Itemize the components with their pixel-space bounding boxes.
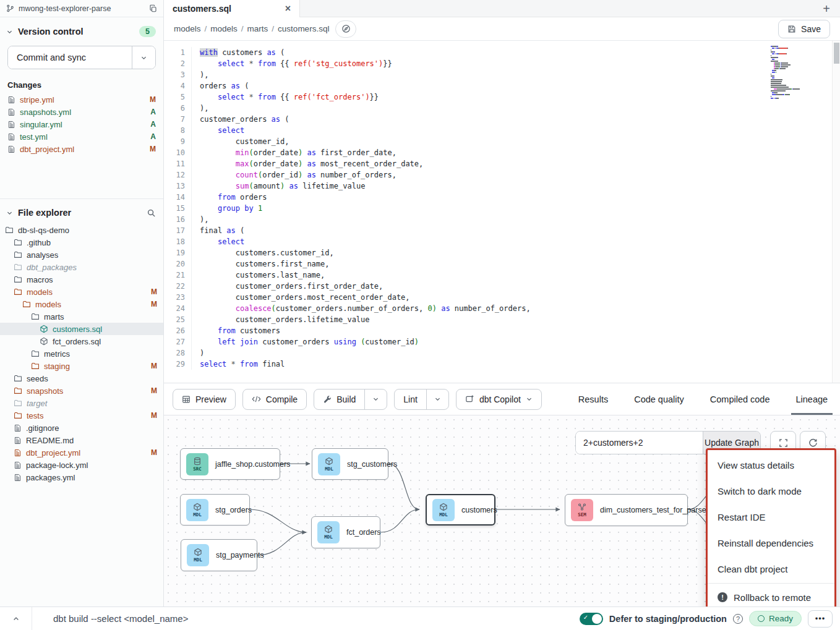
close-icon[interactable]: ×	[285, 4, 291, 14]
tree-item-snapshots[interactable]: snapshotsM	[0, 385, 163, 397]
tree-item-customers-sql[interactable]: customers.sql	[0, 323, 163, 335]
status-badge[interactable]: Ready	[749, 611, 802, 626]
code-line[interactable]: 14 from orders	[164, 192, 831, 203]
breadcrumb-part[interactable]: customers.sql	[278, 24, 329, 33]
copy-icon[interactable]	[149, 4, 157, 12]
code-line[interactable]: 16),	[164, 214, 831, 225]
build-options-caret[interactable]	[364, 389, 387, 409]
breadcrumb-part[interactable]: models	[210, 24, 238, 33]
lineage-node-stg-customers[interactable]: MDLstg_customers	[312, 448, 388, 480]
code-line[interactable]: 8 select	[164, 125, 831, 136]
code-line[interactable]: 2 select * from {{ ref('stg_customers')}…	[164, 58, 831, 69]
file-explorer-header[interactable]: File explorer	[0, 199, 163, 224]
new-tab-button[interactable]: +	[823, 2, 830, 15]
tab-results[interactable]: Results	[577, 383, 609, 415]
change-item[interactable]: snapshots.ymlA	[0, 106, 163, 118]
tree-item-dbt-project-yml[interactable]: dbt_project.ymlM	[0, 446, 163, 459]
change-item[interactable]: test.ymlA	[0, 130, 163, 143]
lineage-selector-input[interactable]	[576, 432, 703, 454]
lineage-node-stg-payments[interactable]: MDLstg_payments	[181, 539, 257, 571]
lineage-node-jaffle-shop-customers[interactable]: SRCjaffle_shop.customers	[180, 448, 280, 480]
menu-item-view-status-details[interactable]: View status details	[708, 452, 834, 478]
minimap[interactable]	[771, 46, 824, 100]
tab-code-quality[interactable]: Code quality	[633, 383, 685, 415]
tree-item--github[interactable]: .github	[0, 236, 163, 249]
code-line[interactable]: 13 sum(amount) as lifetime_value	[164, 181, 831, 192]
change-item[interactable]: stripe.ymlM	[0, 93, 163, 106]
preview-button[interactable]: Preview	[173, 389, 236, 410]
code-line[interactable]: 25 customer_orders.lifetime_value	[164, 314, 831, 325]
menu-item-reinstall-dependencies[interactable]: Reinstall dependencies	[708, 530, 834, 556]
tree-item-analyses[interactable]: analyses	[0, 249, 163, 261]
code-line[interactable]: 24 coalesce(customer_orders.number_of_or…	[164, 303, 831, 314]
tree-item-tests[interactable]: testsM	[0, 409, 163, 422]
lineage-node-dim-customers-test-for-parse[interactable]: SEMdim_customers_test_for_parse	[565, 494, 688, 526]
editor-scrollbar[interactable]	[832, 41, 840, 383]
code-line[interactable]: 3),	[164, 69, 831, 80]
lineage-node-customers[interactable]: MDLcustomers	[426, 494, 495, 526]
code-line[interactable]: 17final as (	[164, 225, 831, 236]
lineage-panel[interactable]: SRCjaffle_shop.customersMDLstg_customers…	[164, 415, 840, 607]
expand-command-bar-button[interactable]	[0, 607, 32, 630]
breadcrumb-part[interactable]: models	[174, 24, 201, 33]
more-options-button[interactable]: •••	[808, 610, 833, 628]
code-line[interactable]: 20 customers.first_name,	[164, 258, 831, 270]
code-editor[interactable]: 1with customers as (2 select * from {{ r…	[164, 41, 840, 383]
tree-item-dbt-packages[interactable]: dbt_packages	[0, 261, 163, 273]
branch-header[interactable]: mwong-test-explorer-parse	[0, 0, 163, 17]
tree-item-package-lock-yml[interactable]: package-lock.yml	[0, 459, 163, 471]
code-line[interactable]: 19 customers.customer_id,	[164, 247, 831, 258]
tree-item-models[interactable]: modelsM	[0, 286, 163, 298]
code-line[interactable]: 28)	[164, 347, 831, 359]
tree-item-packages-yml[interactable]: packages.yml	[0, 471, 163, 483]
code-line[interactable]: 1with customers as (	[164, 47, 831, 58]
defer-toggle[interactable]: ✓	[580, 613, 603, 625]
tab-compiled-code[interactable]: Compiled code	[709, 383, 771, 415]
tab-customers-sql[interactable]: customers.sql ×	[164, 0, 300, 17]
commit-options-caret[interactable]	[132, 46, 155, 69]
lint-options-caret[interactable]	[426, 389, 448, 409]
lint-button[interactable]: Lint	[395, 389, 426, 409]
code-line[interactable]: 27 left join customer_orders using (cust…	[164, 336, 831, 347]
search-icon[interactable]	[147, 208, 156, 218]
command-input[interactable]: dbt build --select <model_name>	[32, 613, 188, 624]
menu-item-switch-to-dark-mode[interactable]: Switch to dark mode	[708, 478, 834, 504]
code-line[interactable]: 21 customers.last_name,	[164, 270, 831, 281]
dbt-copilot-button[interactable]: dbt Copilot	[456, 389, 542, 410]
commit-and-sync-button[interactable]: Commit and sync	[8, 46, 132, 69]
tree-item--gitignore[interactable]: .gitignore	[0, 422, 163, 434]
code-line[interactable]: 11 max(order_date) as most_recent_order_…	[164, 158, 831, 169]
code-line[interactable]: 12 count(order_id) as number_of_orders,	[164, 169, 831, 181]
code-line[interactable]: 10 min(order_date) as first_order_date,	[164, 147, 831, 158]
code-line[interactable]: 23 customer_orders.most_recent_order_dat…	[164, 292, 831, 303]
code-line[interactable]: 15 group by 1	[164, 203, 831, 214]
scrollbar-thumb[interactable]	[834, 43, 839, 64]
code-line[interactable]: 6),	[164, 103, 831, 114]
lineage-node-stg-orders[interactable]: MDLstg_orders	[180, 494, 250, 526]
open-in-explorer-button[interactable]	[335, 20, 356, 38]
tree-item-seeds[interactable]: seeds	[0, 372, 163, 385]
tree-item-fct-orders-sql[interactable]: fct_orders.sql	[0, 335, 163, 347]
tree-item-db-sl-qs-demo[interactable]: db-sl-qs-demo	[0, 224, 163, 236]
tree-item-readme-md[interactable]: README.md	[0, 434, 163, 446]
tree-item-staging[interactable]: stagingM	[0, 360, 163, 372]
change-item[interactable]: dbt_project.ymlM	[0, 143, 163, 155]
menu-item-rollback-to-remote[interactable]: !Rollback to remote	[708, 583, 834, 607]
code-line[interactable]: 4orders as (	[164, 80, 831, 92]
tree-item-metrics[interactable]: metrics	[0, 347, 163, 360]
code-line[interactable]: 7customer_orders as (	[164, 114, 831, 125]
code-line[interactable]: 22 customer_orders.first_order_date,	[164, 281, 831, 292]
lineage-node-fct-orders[interactable]: MDLfct_orders	[311, 516, 380, 548]
code-line[interactable]: 26 from customers	[164, 325, 831, 336]
help-icon[interactable]: ?	[733, 614, 743, 624]
tree-item-models[interactable]: modelsM	[0, 298, 163, 310]
breadcrumb-part[interactable]: marts	[247, 24, 268, 33]
code-line[interactable]: 5 select * from {{ ref('fct_orders')}}	[164, 92, 831, 103]
tree-item-marts[interactable]: marts	[0, 310, 163, 323]
code-line[interactable]: 29select * from final	[164, 359, 831, 370]
code-line[interactable]: 9 customer_id,	[164, 136, 831, 147]
build-button[interactable]: Build	[314, 389, 364, 409]
compile-button[interactable]: Compile	[242, 389, 307, 410]
change-item[interactable]: singular.ymlA	[0, 118, 163, 130]
menu-item-restart-ide[interactable]: Restart IDE	[708, 504, 834, 530]
